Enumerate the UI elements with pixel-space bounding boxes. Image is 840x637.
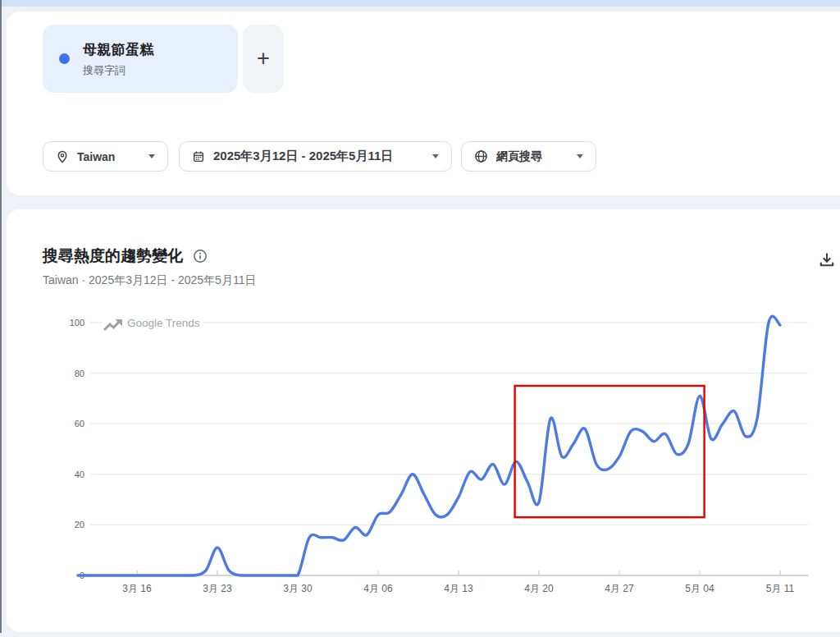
- google-trends-explore-page: 母親節蛋糕 搜尋字詞 + Taiwan: [0, 0, 840, 637]
- info-button[interactable]: [193, 249, 208, 264]
- x-axis-label: 3月 30: [283, 583, 313, 594]
- y-axis-label: 20: [75, 520, 84, 529]
- region-filter-button[interactable]: Taiwan: [43, 141, 168, 172]
- y-axis-label: 80: [75, 369, 84, 378]
- chart-subtitle: Taiwan · 2025年3月12日 - 2025年5月11日: [43, 273, 256, 288]
- y-axis-label: 100: [70, 318, 84, 328]
- y-axis-label: 60: [75, 419, 84, 428]
- x-axis-label: 3月 23: [203, 583, 232, 594]
- x-axis-label: 4月 13: [444, 583, 473, 594]
- search-term-type: 搜尋字詞: [83, 63, 154, 78]
- info-icon: [193, 249, 208, 264]
- chevron-down-icon: [432, 154, 439, 158]
- globe-icon: [474, 149, 488, 163]
- date-range-filter-label: 2025年3月12日 - 2025年5月11日: [213, 149, 393, 164]
- x-axis-label: 4月 20: [524, 583, 554, 594]
- date-range-filter-button[interactable]: 2025年3月12日 - 2025年5月11日: [179, 141, 452, 172]
- x-axis-label: 4月 27: [605, 583, 634, 594]
- search-type-filter-button[interactable]: 網頁搜尋: [461, 141, 596, 172]
- chevron-down-icon: [148, 154, 155, 158]
- search-terms-card: 母親節蛋糕 搜尋字詞 + Taiwan: [7, 11, 840, 195]
- search-term-label: 母親節蛋糕: [83, 40, 154, 59]
- x-axis-label: 3月 16: [122, 583, 152, 594]
- x-axis-label: 4月 06: [363, 583, 393, 594]
- search-term-text: 母親節蛋糕 搜尋字詞: [83, 40, 154, 78]
- trend-line: [78, 316, 780, 575]
- add-comparison-button[interactable]: +: [243, 25, 284, 93]
- search-term-chip[interactable]: 母親節蛋糕 搜尋字詞: [43, 25, 238, 93]
- x-axis-label: 5月 04: [685, 583, 714, 594]
- x-axis-label: 5月 11: [766, 583, 795, 594]
- interest-over-time-card: 搜尋熱度的趨勢變化 Taiwan · 2025年3月12日 - 2025年5月1…: [7, 209, 840, 632]
- download-button[interactable]: [815, 249, 839, 273]
- search-type-filter-label: 網頁搜尋: [496, 149, 542, 164]
- google-trends-watermark: Google Trends: [127, 317, 200, 329]
- region-filter-label: Taiwan: [77, 150, 115, 163]
- trending-up-icon: [104, 321, 120, 330]
- chart-title: 搜尋熱度的趨勢變化: [43, 245, 183, 267]
- download-icon: [817, 250, 837, 270]
- window-left-border: [0, 0, 2, 633]
- calendar-icon: [192, 150, 205, 163]
- y-axis-label: 40: [75, 470, 84, 479]
- location-pin-icon: [56, 150, 69, 163]
- top-strip: [0, 0, 840, 7]
- chevron-down-icon: [577, 154, 583, 158]
- plus-icon: +: [257, 46, 270, 71]
- series-color-dot: [59, 53, 70, 64]
